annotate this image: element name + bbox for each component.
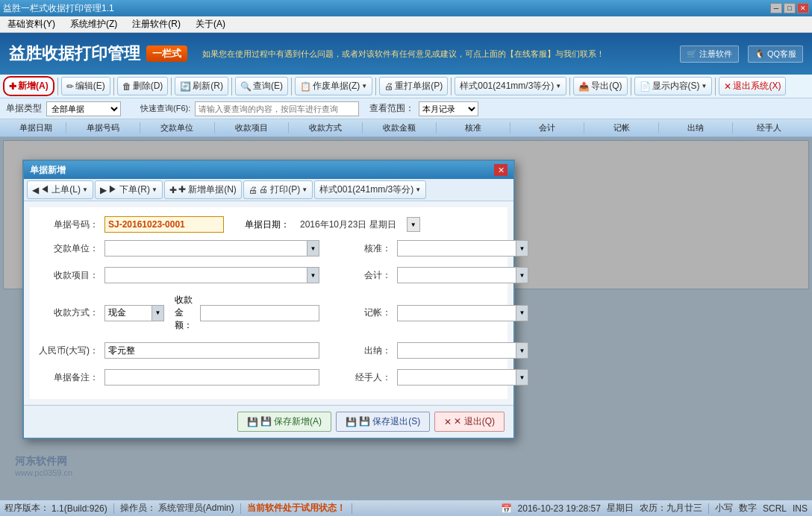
col-header-cashier: 出纳 [659,122,733,133]
prev-icon: ◀ [32,185,39,195]
menu-about[interactable]: 关于(A) [191,16,230,32]
item-row: 收款项目： ▼ [39,267,319,283]
cashier-dropdown-arrow[interactable]: ▼ [516,343,528,358]
display-button[interactable]: 📄 显示内容(S) ▼ [634,77,713,95]
next-bill-button[interactable]: ▶ ▶ 下单(R) ▼ [95,180,163,199]
type-label: 单据类型 [6,102,42,115]
item-dropdown-arrow[interactable]: ▼ [307,268,319,283]
dialog-exit-icon: ✕ [444,417,452,427]
dialog-style-button[interactable]: 样式001(241mm/3等分) ▼ [314,180,426,199]
new-bill-button[interactable]: ✚ ✚ 新增单据(N) [164,180,242,199]
ledger-label: 记帐： [331,306,391,319]
ledger-field: ▼ [397,305,528,321]
save-new-button[interactable]: 💾 💾 保存新增(A) [237,412,331,432]
refresh-button[interactable]: 🔄 刷新(R) [175,77,228,95]
qq-button[interactable]: 🐧 QQ客服 [748,45,803,63]
menu-system-maintain[interactable]: 系统维护(Z) [66,16,122,32]
delete-icon: 🗑 [122,81,131,92]
reprint-button[interactable]: 🖨 重打单据(P) [379,77,448,95]
account-input[interactable] [398,270,516,280]
form-grid: 交款单位： ▼ 核准： ▼ 收款项目： [39,240,499,390]
amount-label: 收款金额： [175,294,193,332]
version-label: 程序版本： [4,502,49,515]
remark-input[interactable] [104,369,319,386]
cashier-input[interactable] [398,345,516,356]
item-input[interactable] [105,270,307,280]
col-header-no: 单据号码 [66,122,140,133]
table-header: 单据日期 单据号码 交款单位 收款项目 收款方式 收款金额 核准 会计 记帐 出… [0,119,812,137]
new-icon: ✚ [9,81,16,92]
add-icon: ✚ [169,185,177,195]
payment-method-arrow[interactable]: ▼ [152,306,163,321]
cashier-row: 出纳： ▼ [331,342,528,359]
payment-method-input[interactable] [105,308,152,318]
menu-basic-data[interactable]: 基础资料(Y) [3,16,60,32]
print-button[interactable]: 🖨 🖨 打印(P) ▼ [243,180,313,199]
reprint-icon: 🖨 [384,81,393,92]
export-icon: 📤 [578,81,590,92]
remark-row: 单据备注： [39,369,319,386]
toolbar: ✚ 新增(A) ✏ 编辑(E) 🗑 删除(D) 🔄 刷新(R) 🔍 查询(E) … [0,75,812,98]
delete-button[interactable]: 🗑 删除(D) [117,77,169,95]
query-button[interactable]: 🔍 查询(E) [235,77,288,95]
amount-input[interactable] [200,305,319,321]
payer-dropdown-arrow[interactable]: ▼ [307,241,319,256]
payer-input[interactable] [105,243,307,254]
minimize-button[interactable]: ─ [770,3,782,13]
small-label: 小写 [715,502,733,515]
refresh-icon: 🔄 [180,81,191,92]
ledger-dropdown-arrow[interactable]: ▼ [516,306,528,321]
prev-bill-button[interactable]: ◀ ◀ 上单(L) ▼ [27,180,93,199]
range-select[interactable]: 本月记录 全部记录 本年记录 [419,101,478,116]
approve-dropdown-arrow[interactable]: ▼ [516,241,528,256]
exit-button[interactable]: ✕ 退出系统(X) [719,77,786,95]
new-button[interactable]: ✚ 新增(A) [3,76,54,96]
close-button[interactable]: ✕ [797,3,809,13]
quick-search-input[interactable] [195,101,359,116]
save-exit-button[interactable]: 💾 💾 保存退出(S) [336,412,430,432]
next-icon: ▶ [100,185,107,195]
toolbar-separator-9 [631,78,631,95]
dialog-close-button[interactable]: ✕ [494,164,508,176]
register-button[interactable]: 🛒 注册软件 [680,45,739,63]
handler-input[interactable] [398,372,516,383]
dialog-footer: 💾 💾 保存新增(A) 💾 💾 保存退出(S) ✕ ✕ 退出(Q) [24,405,513,438]
status-bar: 程序版本： 1.1(Build:926) 操作员： 系统管理员(Admin) 当… [0,500,812,516]
rmb-input[interactable] [104,342,319,359]
bill-no-input[interactable] [104,216,224,233]
account-dropdown-arrow[interactable]: ▼ [516,268,528,283]
style-button[interactable]: 样式001(241mm/3等分) ▼ [455,77,566,95]
rmb-label: 人民币(大写)： [39,344,99,357]
col-header-payer: 交款单位 [140,122,214,133]
dialog-exit-button[interactable]: ✕ ✕ 退出(Q) [434,412,505,432]
bill-date-label: 单据日期： [245,218,290,231]
export-button[interactable]: 📤 导出(Q) [573,77,627,95]
range-label: 查看范围： [369,102,414,115]
handler-dropdown-arrow[interactable]: ▼ [516,370,528,385]
date-picker-button[interactable]: ▼ [407,217,420,232]
ledger-input[interactable] [398,308,516,318]
approve-input[interactable] [398,243,516,254]
header-notice: 如果您在使用过程中有遇到什么问题，或者对该软件有任何意见或建议，可点上面的【在线… [202,48,680,60]
menu-register[interactable]: 注册软件(R) [128,16,185,32]
cashier-field: ▼ [397,342,528,359]
handler-row: 经手人： ▼ [331,369,528,386]
remark-label: 单据备注： [39,371,99,384]
void-button[interactable]: 📋 作废单据(Z) ▼ [295,77,372,95]
account-row: 会计： ▼ [331,267,528,283]
item-field: ▼ [104,267,319,283]
handler-label: 经手人： [331,371,391,384]
toolbar-separator-5 [291,78,292,95]
operator-info: 操作员： 系统管理员(Admin) [120,502,234,515]
app-header: 益胜收据打印管理 一栏式 如果您在使用过程中有遇到什么问题，或者对该软件有任何意… [0,33,812,75]
status-sep-1 [113,503,114,514]
payer-field: ▼ [104,240,319,257]
type-select[interactable]: 全部单据 收据 发票 [46,101,121,116]
quick-search-label: 快速查询(F6): [140,103,190,114]
version-value: 1.1(Build:926) [51,503,107,514]
maximize-button[interactable]: □ [784,3,796,13]
bill-date-display: 2016年10月23日 星期日 [296,218,401,231]
edit-button[interactable]: ✏ 编辑(E) [61,77,110,95]
toolbar-separator-1 [57,78,58,95]
account-label: 会计： [331,269,391,282]
